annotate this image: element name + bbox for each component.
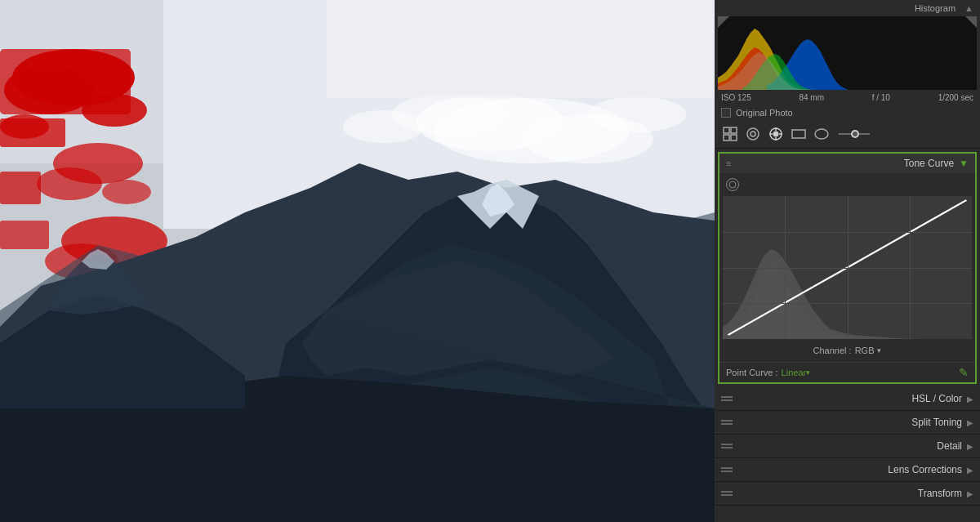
histogram-meta: ISO 125 84 mm f / 10 1/200 sec	[715, 90, 980, 105]
collapsed-panels-container: HSL / Color ▶ Split Toning ▶ Detail ▶	[715, 387, 980, 522]
svg-rect-14	[0, 172, 41, 204]
split-toning-panel-label: Split Toning	[911, 417, 962, 428]
tool-icons-row	[715, 120, 980, 149]
tone-curve-body: Channel : RGB ▾	[719, 173, 975, 362]
svg-point-49	[773, 132, 779, 137]
tone-curve-collapse-arrow[interactable]: ▼	[959, 158, 969, 169]
transform-panel-arrow[interactable]: ▶	[967, 489, 973, 498]
svg-rect-8	[0, 118, 65, 147]
svg-point-55	[815, 129, 828, 139]
svg-rect-45	[731, 135, 737, 141]
circle-tool-icon[interactable]	[813, 125, 831, 143]
tone-curve-header[interactable]: ≡ Tone Curve ▼	[719, 154, 975, 173]
channel-label: Channel :	[813, 346, 852, 355]
target-tool-icon[interactable]	[767, 125, 785, 143]
lens-corrections-panel-label: Lens Corrections	[888, 464, 962, 475]
tone-curve-graph[interactable]	[723, 196, 972, 339]
panel-grip-icon	[721, 396, 733, 401]
iso-value: ISO 125	[721, 93, 751, 102]
point-curve-edit-icon[interactable]: ✎	[959, 366, 969, 379]
svg-point-6	[82, 94, 147, 127]
point-curve-label: Point Curve :	[726, 368, 778, 377]
hsl-color-panel[interactable]: HSL / Color ▶	[715, 387, 980, 411]
channel-dropdown-icon[interactable]: ▾	[877, 346, 881, 355]
svg-point-59	[729, 181, 736, 188]
svg-point-10	[37, 167, 102, 200]
curve-controls-row	[723, 176, 972, 193]
image-area	[0, 0, 715, 522]
original-photo-row[interactable]: Original Photo	[715, 105, 980, 120]
transform-panel-label: Transform	[918, 488, 962, 499]
point-curve-value[interactable]: Linear	[782, 368, 807, 377]
detail-panel[interactable]: Detail ▶	[715, 435, 980, 458]
channel-value[interactable]: RGB	[855, 346, 875, 355]
svg-rect-43	[731, 127, 737, 133]
svg-point-11	[102, 180, 151, 204]
aperture: f / 10	[872, 93, 890, 102]
panel-grip-icon	[721, 467, 733, 472]
hsl-color-panel-arrow[interactable]: ▶	[967, 395, 973, 404]
lens-corrections-panel-arrow[interactable]: ▶	[967, 466, 973, 475]
svg-rect-42	[724, 127, 729, 133]
original-photo-label: Original Photo	[736, 108, 793, 118]
detail-panel-label: Detail	[937, 440, 962, 452]
svg-rect-54	[792, 130, 805, 138]
crop-tool-icon[interactable]	[744, 125, 762, 143]
tone-curve-panel-title: Tone Curve	[904, 158, 954, 169]
channel-selector-row: Channel : RGB ▾	[723, 342, 972, 359]
lens-corrections-panel[interactable]: Lens Corrections ▶	[715, 458, 980, 482]
panel-grip-icon	[721, 420, 733, 425]
svg-rect-15	[0, 221, 49, 249]
gradient-tool-icon[interactable]	[835, 125, 973, 143]
split-toning-panel-arrow[interactable]: ▶	[967, 418, 973, 427]
detail-panel-arrow[interactable]: ▶	[967, 442, 973, 451]
histogram-title: Histogram ▲	[715, 0, 980, 16]
photo-canvas	[0, 0, 715, 522]
split-toning-panel[interactable]: Split Toning ▶	[715, 411, 980, 435]
tone-curve-section: ≡ Tone Curve ▼	[718, 152, 977, 384]
svg-point-47	[751, 132, 755, 136]
svg-rect-44	[724, 135, 729, 141]
hsl-color-panel-label: HSL / Color	[911, 393, 962, 404]
point-curve-row: Point Curve : Linear ▾ ✎	[719, 362, 975, 382]
panel-grip-icon	[721, 491, 733, 496]
shutter-speed: 1/200 sec	[938, 93, 973, 102]
original-photo-checkbox[interactable]	[721, 108, 731, 118]
rect-tool-icon[interactable]	[790, 125, 808, 143]
svg-point-46	[747, 128, 759, 140]
curve-point-button[interactable]	[726, 178, 739, 191]
svg-rect-33	[327, 0, 715, 98]
svg-point-58	[853, 132, 858, 136]
right-panel: Histogram ▲ ISO	[715, 0, 980, 522]
svg-point-31	[588, 96, 686, 132]
grid-tool-icon[interactable]	[721, 125, 739, 143]
point-curve-dropdown-icon[interactable]: ▾	[806, 368, 810, 377]
panel-grip-icon	[721, 444, 733, 448]
focal-length: 84 mm	[799, 93, 824, 102]
histogram-canvas	[718, 16, 977, 90]
transform-panel[interactable]: Transform ▶	[715, 482, 980, 506]
svg-point-32	[343, 110, 425, 143]
